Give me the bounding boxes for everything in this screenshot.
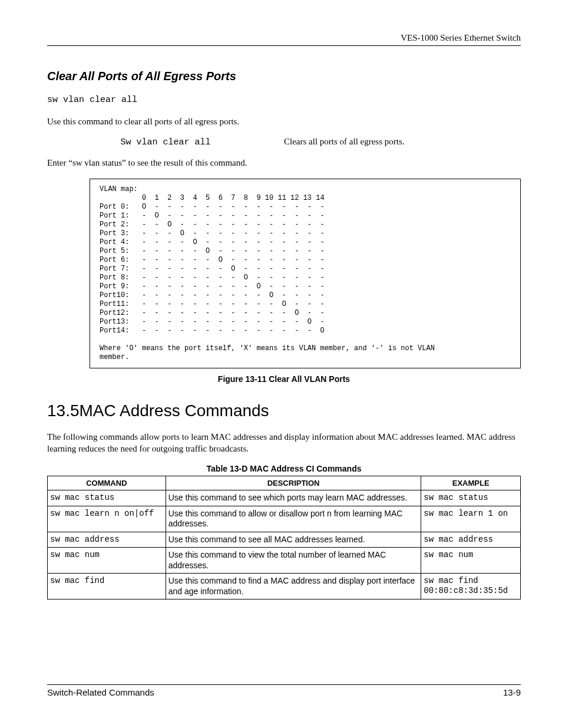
table-cell-command: sw mac address: [48, 532, 166, 548]
running-header: VES-1000 Series Ethernet Switch: [47, 33, 521, 46]
table-cell-example: sw mac address: [421, 532, 521, 548]
mac-intro-paragraph: The following commands allow ports to le…: [47, 431, 521, 455]
example-command: Sw vlan clear all: [47, 137, 284, 147]
table-cell-example: sw mac learn 1 on: [421, 506, 521, 532]
table-cell-description: Use this command to find a MAC address a…: [166, 574, 421, 599]
table-cell-description: Use this command to see all MAC addresse…: [166, 532, 421, 548]
section-heading-mac: 13.5MAC Address Commands: [47, 401, 521, 420]
table-cell-command: sw mac learn n on|off: [48, 506, 166, 532]
table-row: sw mac learn n on|off Use this command t…: [48, 506, 521, 532]
table-cell-description: Use this command to view the total numbe…: [166, 548, 421, 574]
followup-paragraph: Enter “sw vlan status” to see the result…: [47, 157, 521, 169]
figure-caption: Figure 13-11 Clear All VLAN Ports: [47, 374, 521, 384]
page-footer: Switch-Related Commands 13-9: [47, 684, 521, 697]
table-row: sw mac status Use this command to see wh…: [48, 490, 521, 506]
table-cell-command: sw mac num: [48, 548, 166, 574]
footer-section-title: Switch-Related Commands: [47, 687, 154, 697]
table-row: sw mac address Use this command to see a…: [48, 532, 521, 548]
mac-commands-table: COMMAND DESCRIPTION EXAMPLE sw mac statu…: [47, 476, 521, 599]
table-header-description: DESCRIPTION: [166, 476, 421, 490]
section-number: 13.5: [47, 401, 80, 420]
table-cell-description: Use this command to see which ports may …: [166, 490, 421, 506]
table-cell-description: Use this command to allow or disallow po…: [166, 506, 421, 532]
table-caption: Table 13-D MAC Address CI Commands: [47, 464, 521, 473]
intro-paragraph: Use this command to clear all ports of a…: [47, 116, 521, 127]
table-header-command: COMMAND: [48, 476, 166, 490]
table-header-example: EXAMPLE: [421, 476, 521, 490]
section-heading-clear-ports: Clear All Ports of All Egress Ports: [47, 70, 521, 83]
table-cell-example: sw mac num: [421, 548, 521, 574]
table-row: sw mac find Use this command to find a M…: [48, 574, 521, 599]
section-title: MAC Address Commands: [80, 401, 269, 420]
footer-page-number: 13-9: [503, 687, 521, 697]
table-row: sw mac num Use this command to view the …: [48, 548, 521, 574]
example-row: Sw vlan clear all Clears all ports of al…: [47, 137, 521, 147]
command-syntax: sw vlan clear all: [47, 95, 521, 105]
terminal-output: VLAN map: 0 1 2 3 4 5 6 7 8 9 10 11 12 1…: [90, 179, 521, 368]
table-cell-command: sw mac status: [48, 490, 166, 506]
table-cell-command: sw mac find: [48, 574, 166, 599]
example-description: Clears all ports of all egress ports.: [284, 137, 521, 147]
table-cell-example: sw mac find 00:80:c8:3d:35:5d: [421, 574, 521, 599]
table-cell-example: sw mac status: [421, 490, 521, 506]
